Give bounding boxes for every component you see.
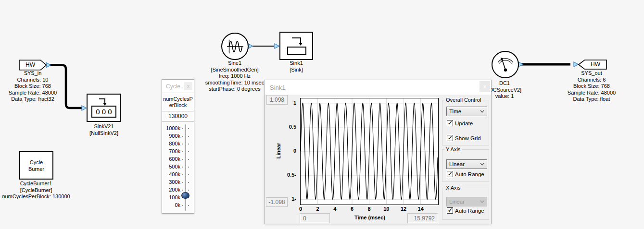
x-tick-label: 0 (295, 206, 306, 212)
slider-tick-label: 0k (175, 202, 180, 208)
block-caption-cycleburner: CycleBurner1 [CycleBurner] numCyclesPerB… (0, 181, 75, 200)
overall-control-dropdown-value: Time (449, 108, 461, 114)
hw-tag-sys-out: HW (585, 61, 606, 68)
block-type: [CycleBurner] (0, 187, 75, 194)
x-axis-title: Time (msec) (334, 215, 406, 220)
input-port-arrow-sink1[interactable] (275, 44, 279, 48)
block-name: SYS_out (558, 70, 625, 77)
x-tick-label: 6 (346, 206, 358, 212)
y-auto-range-checkbox[interactable]: ✓ (447, 171, 453, 177)
y-auto-range-checkbox-row[interactable]: ✓ Auto Range (447, 171, 484, 177)
x-auto-range-checkbox-row[interactable]: ✓ Auto Range (447, 207, 484, 214)
slider-tick-label: 900k (169, 133, 180, 139)
slider-tick-row: 300k (162, 179, 194, 186)
x-axis-scale-value: Linear (449, 199, 465, 205)
x-min-input[interactable]: 0 (300, 213, 330, 223)
tick-dot (188, 144, 189, 145)
block-prop: Sample Rate: 48000 (0, 90, 65, 96)
scope-window-title: Sink1 (270, 84, 286, 91)
input-port-arrow-sinkv21[interactable] (82, 106, 87, 110)
y-axis-title: Linear (276, 136, 281, 165)
tick-dot (182, 182, 183, 183)
slider-tick-label: 300k (169, 179, 180, 185)
block-prop: freq: 1000 Hz (196, 73, 273, 80)
x-tick-label: 10 (380, 206, 392, 212)
slider-tick-label: 500k (169, 164, 180, 169)
block-caption-sink1: Sink1 [Sink] (272, 60, 320, 73)
scope-window-close-button[interactable]: x (480, 81, 490, 92)
chevron-down-icon (480, 163, 484, 166)
meter-gauge-icon (493, 53, 518, 77)
output-port-arrow-sine1[interactable] (248, 44, 253, 48)
x-tick-label: 8 (364, 206, 375, 212)
slider-tick-label: 700k (169, 148, 180, 154)
block-name: CycleBurner1 (0, 181, 75, 187)
sine-wave-icon (223, 35, 247, 59)
block-prop: smoothingTime: 10 msec (196, 80, 273, 86)
sink-icon (281, 34, 311, 58)
block-body-text: Cycle Burner (25, 159, 49, 172)
y-auto-range-checkbox-label: Auto Range (455, 171, 484, 177)
x-tick-label: 12 (398, 206, 409, 212)
block-name: Sine1 (196, 60, 273, 67)
block-dc1[interactable] (492, 51, 519, 78)
x-auto-range-checkbox[interactable]: ✓ (447, 207, 453, 214)
block-type: [NullSinkV2] (70, 130, 138, 137)
show-grid-checkbox-label: Show Grid (455, 135, 481, 141)
checkmark-icon: ✓ (448, 207, 453, 214)
overall-control-dropdown[interactable]: Time (446, 107, 487, 116)
tick-dot (182, 167, 183, 168)
slider-window-titlebar[interactable]: Cycle... x (162, 80, 194, 93)
x-axis-group-label: X Axis (444, 185, 462, 191)
scope-window-titlebar[interactable]: Sink1 x (265, 80, 491, 95)
scope-waveform (301, 98, 438, 204)
block-sine1[interactable] (221, 33, 249, 60)
scope-window: Sink1 x 1.098 -1.098 Linear 10.50-0.5-1 … (264, 80, 492, 224)
checkmark-icon: ✓ (448, 134, 453, 141)
schematic-canvas: HW SYS_in Channels: 10Block Size: 768Sam… (0, 0, 644, 229)
chevron-down-icon (480, 200, 484, 203)
slider-tick-label: 800k (169, 141, 180, 146)
update-checkbox[interactable]: ✓ (447, 120, 453, 126)
block-prop: Data Type: fract32 (0, 96, 65, 103)
hw-tag-sys-in: HW (20, 61, 41, 68)
slider-window: Cycle... x numCyclesPerBlock 130000 1000… (162, 79, 194, 214)
block-prop: Channels: 10 (0, 77, 65, 84)
output-port-arrow-dc1[interactable] (518, 62, 523, 67)
tick-dot (188, 174, 189, 175)
slider-value-box[interactable]: 130000 (162, 111, 194, 121)
block-caption-sine1: Sine1 [SineSmoothedGen] freq: 1000 Hzsmo… (196, 60, 273, 93)
block-prop: Data Type: float (558, 96, 625, 103)
tick-dot (182, 151, 183, 152)
block-name: Sink1 (272, 60, 320, 67)
block-caption-sys-in: SYS_in Channels: 10Block Size: 768Sample… (0, 70, 65, 103)
tick-dot (188, 182, 189, 183)
y-axis-group-label: Y Axis (444, 146, 462, 152)
update-checkbox-label: Update (455, 121, 473, 126)
overall-control-group-label: Overall Control (444, 97, 482, 103)
tick-dot (182, 190, 183, 191)
y-axis-scale-dropdown[interactable]: Linear (446, 159, 487, 169)
x-max-input[interactable]: 15.9792 (407, 213, 438, 223)
block-name: SinkV21 (70, 123, 138, 130)
show-grid-checkbox[interactable]: ✓ (447, 135, 453, 141)
slider-tick-label: 1000k (166, 125, 180, 131)
slider-tick-row: 900k (162, 133, 194, 140)
block-cycleburner[interactable]: Cycle Burner (19, 151, 53, 180)
block-prop: startPhase: 0 degrees (196, 86, 273, 93)
tick-dot (188, 151, 189, 152)
block-sinkv21[interactable]: 0 0 0 (87, 94, 121, 122)
slider-tick-row: 0k (162, 202, 194, 209)
x-tick-label: 2 (312, 206, 324, 212)
block-prop: Sample Rate: 48000 (558, 90, 625, 96)
slider-tick-label: 200k (169, 187, 180, 193)
block-sink1[interactable] (279, 32, 313, 60)
scope-plot-area (300, 98, 439, 205)
block-name: SYS_in (0, 70, 65, 77)
slider-window-close-button[interactable]: x (184, 82, 192, 90)
y-max-readout: 1.098 (266, 95, 288, 105)
block-type: [SineSmoothedGen] (196, 67, 273, 73)
update-checkbox-row[interactable]: ✓ Update (447, 120, 473, 126)
show-grid-checkbox-row[interactable]: ✓ Show Grid (447, 135, 481, 141)
tick-dot (188, 128, 189, 129)
